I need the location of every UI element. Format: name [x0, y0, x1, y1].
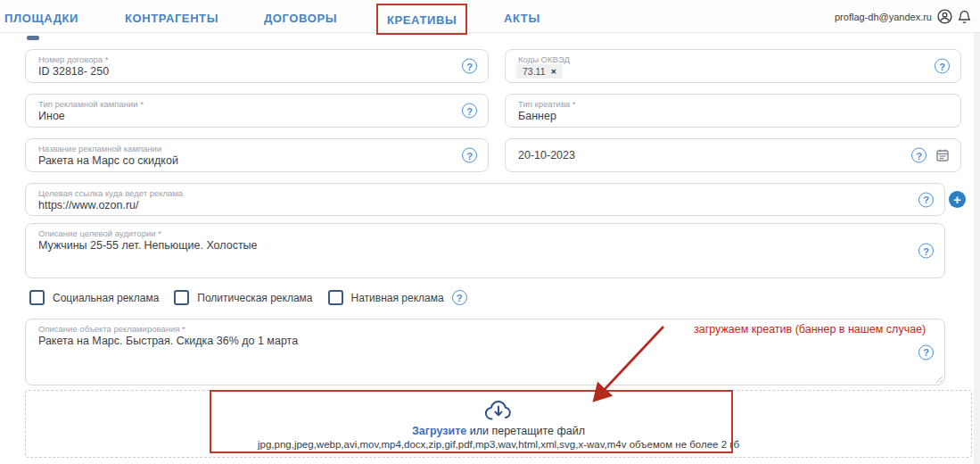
target-url-label: Целевая ссылка куда ведет реклама: [38, 188, 183, 198]
creative-type-field[interactable]: Тип креатива * Баннер: [505, 94, 961, 128]
tab-kontragenty[interactable]: КОНТРАГЕНТЫ: [125, 12, 218, 25]
political-ad-checkbox-group: Политическая реклама: [174, 290, 312, 305]
account-icon[interactable]: [937, 9, 952, 24]
social-ad-label: Социальная реклама: [53, 292, 159, 304]
resize-handle[interactable]: [935, 375, 943, 383]
object-description-label: Описание объекта рекламирования *: [38, 324, 185, 334]
creative-type-label: Тип креатива *: [518, 99, 576, 109]
scrollbar[interactable]: [974, 33, 980, 464]
object-description-value: Ракета на Марс. Быстрая. Скидка 36% до 1…: [38, 335, 298, 347]
campaign-name-label: Название рекламной кампании: [38, 144, 161, 153]
okved-codes-field[interactable]: Коды ОКВЭД 73.11 ✕ ?: [505, 49, 961, 83]
audience-label: Описание целевой аудитории *: [38, 228, 161, 238]
date-field[interactable]: 20-10-2023 ?: [505, 138, 961, 172]
annotation-box-creatives-tab: КРЕАТИВЫ: [376, 4, 467, 35]
help-icon[interactable]: ?: [462, 148, 477, 163]
user-email: proflag-dh@yandex.ru: [835, 12, 932, 22]
campaign-type-field[interactable]: Тип рекламной кампании * Иное ?: [25, 94, 489, 128]
annotation-note: загружаем креатив (баннер в нашем случае…: [694, 323, 926, 336]
help-icon[interactable]: ?: [918, 344, 934, 360]
calendar-icon[interactable]: [935, 148, 950, 162]
okved-codes-label: Коды ОКВЭД: [518, 54, 570, 64]
cloud-upload-icon: [483, 399, 514, 423]
native-ad-checkbox[interactable]: [328, 290, 343, 305]
upload-formats: jpg,png,jpeg,webp,avi,mov,mp4,docx,zip,g…: [258, 439, 739, 450]
tab-ploshchadki[interactable]: ПЛОЩАДКИ: [4, 12, 78, 25]
native-ad-label: Нативная реклама: [351, 292, 444, 304]
contract-number-label: Номер договора *: [38, 54, 108, 64]
campaign-name-field[interactable]: Название рекламной кампании Ракета на Ма…: [25, 138, 489, 172]
scrolled-checkbox-fragment: [27, 36, 39, 40]
file-drop-zone[interactable]: Загрузите или перетащите файл jpg,png,jp…: [25, 390, 972, 458]
native-ad-checkbox-group: Нативная реклама ?: [328, 290, 467, 305]
audience-textarea[interactable]: Описание целевой аудитории * Мужчины 25-…: [25, 223, 945, 278]
campaign-name-value: Ракета на Марс со скидкой: [38, 154, 178, 167]
campaign-type-label: Тип рекламной кампании *: [38, 99, 144, 109]
add-url-button[interactable]: +: [949, 191, 966, 208]
audience-value: Мужчины 25-55 лет. Непьющие. Холостые: [38, 239, 258, 252]
help-icon[interactable]: ?: [935, 59, 950, 74]
creative-type-value: Баннер: [518, 110, 556, 122]
date-value: 20-10-2023: [518, 149, 575, 162]
tab-kreativy[interactable]: КРЕАТИВЫ: [387, 13, 457, 27]
help-icon[interactable]: ?: [462, 104, 477, 119]
account-area[interactable]: proflag-dh@yandex.ru: [835, 0, 971, 33]
help-icon[interactable]: ?: [452, 290, 467, 305]
target-url-value: https://www.ozon.ru/: [38, 199, 139, 211]
political-ad-label: Политическая реклама: [197, 292, 312, 304]
upload-instruction: Загрузите или перетащите файл: [412, 425, 585, 437]
okved-chip: 73.11 ✕: [516, 64, 563, 79]
campaign-type-value: Иное: [38, 110, 65, 122]
bell-icon[interactable]: [958, 10, 971, 24]
help-icon[interactable]: ?: [918, 192, 934, 207]
tab-dogovory[interactable]: ДОГОВОРЫ: [264, 12, 337, 25]
target-url-field[interactable]: Целевая ссылка куда ведет реклама https:…: [25, 183, 945, 216]
ad-flags-row: Социальная реклама Политическая реклама …: [29, 290, 467, 305]
chip-remove-icon[interactable]: ✕: [551, 68, 557, 76]
help-icon[interactable]: ?: [911, 148, 926, 163]
upload-link[interactable]: Загрузите: [412, 425, 466, 437]
upload-drag-hint: или перетащите файл: [470, 425, 585, 437]
political-ad-checkbox[interactable]: [174, 290, 189, 305]
contract-number-value: ID 32818- 250: [38, 65, 109, 78]
creatives-form-page: ПЛОЩАДКИ КОНТРАГЕНТЫ ДОГОВОРЫ КРЕАТИВЫ А…: [0, 0, 980, 464]
contract-number-field[interactable]: Номер договора * ID 32818- 250 ?: [25, 49, 489, 83]
tab-akty[interactable]: АКТЫ: [504, 12, 540, 25]
social-ad-checkbox-group: Социальная реклама: [29, 290, 159, 305]
top-navigation: ПЛОЩАДКИ КОНТРАГЕНТЫ ДОГОВОРЫ КРЕАТИВЫ А…: [0, 0, 980, 33]
help-icon[interactable]: ?: [462, 59, 477, 74]
okved-chip-value: 73.11: [523, 66, 546, 77]
social-ad-checkbox[interactable]: [29, 290, 45, 305]
help-icon[interactable]: ?: [918, 244, 934, 259]
